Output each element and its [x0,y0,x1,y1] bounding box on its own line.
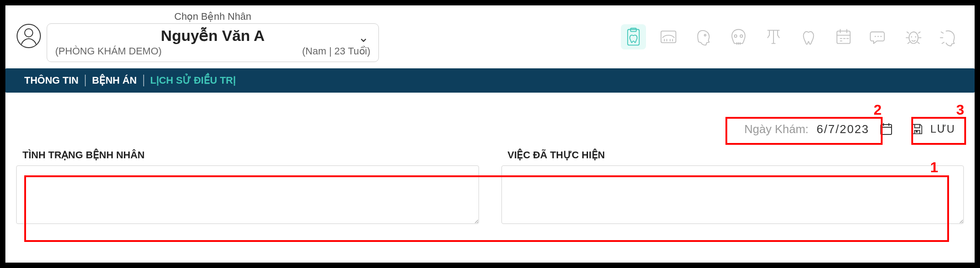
svg-point-10 [878,36,879,37]
chat-icon[interactable] [866,24,891,49]
chevron-down-icon: ⌄ [358,30,369,45]
calendar-picker-icon[interactable] [877,120,895,138]
tab-benh-an[interactable]: BỆNH ÁN [85,75,143,86]
svg-point-1 [25,29,33,37]
tab-thong-tin[interactable]: THÔNG TIN [18,75,85,86]
work-done-input[interactable] [501,165,964,224]
front-skull-icon[interactable] [726,24,751,49]
svg-point-11 [880,36,882,37]
svg-point-16 [916,131,918,132]
annotation-number-3: 3 [956,102,964,118]
svg-point-13 [911,36,912,38]
svg-point-9 [875,36,876,37]
panorama-xray-icon[interactable] [656,24,681,49]
svg-point-14 [915,36,916,38]
svg-point-5 [704,35,706,36]
patient-condition-input[interactable] [16,165,479,224]
svg-point-12 [909,32,918,44]
svg-point-7 [740,35,743,37]
tab-bar: THÔNG TIN BỆNH ÁN LỊCH SỬ ĐIỀU TRỊ [5,68,975,93]
face-side-icon[interactable] [936,24,961,49]
patient-selector[interactable]: Nguyễn Văn A ⌄ (PHÒNG KHÁM DEMO) (Nam | … [47,23,379,62]
annotation-number-2: 2 [874,102,882,118]
clinic-name: (PHÒNG KHÁM DEMO) [55,45,162,57]
patient-name: Nguyễn Văn A [55,27,370,45]
patient-selector-label: Chọn Bệnh Nhân [47,11,379,22]
exam-date-value[interactable]: 6/7/2023 [817,122,869,136]
work-done-label: VIỆC ĐÃ THỰC HIỆN [501,149,964,161]
svg-rect-8 [837,31,850,44]
face-front-icon[interactable] [901,24,926,49]
svg-point-0 [17,24,40,48]
lateral-skull-icon[interactable] [691,24,716,49]
avatar-icon [16,23,41,49]
calendar-icon[interactable] [831,24,856,49]
clipboard-tooth-icon[interactable] [621,24,646,49]
tooth-icon[interactable] [796,24,821,49]
svg-rect-3 [631,28,637,31]
save-button[interactable]: LƯU [903,119,962,139]
svg-point-6 [734,35,737,37]
toolbar [621,24,961,49]
exam-date-label: Ngày Khám: [744,122,809,136]
caliper-icon[interactable] [761,24,786,49]
save-button-label: LƯU [930,123,955,135]
tab-lich-su-dieu-tri[interactable]: LỊCH SỬ ĐIỀU TRỊ [143,75,242,86]
patient-condition-label: TÌNH TRẠNG BỆNH NHÂN [16,149,479,161]
save-icon [910,122,924,136]
svg-rect-15 [881,125,892,134]
patient-gender-age: (Nam | 23 Tuổi) [302,45,370,57]
